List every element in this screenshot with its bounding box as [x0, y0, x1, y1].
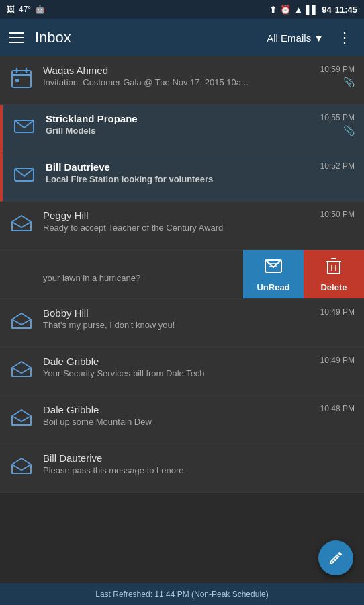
status-right: ⬆ ⏰ ▲ ▌▌ 94 11:45: [269, 5, 357, 15]
footer: Last Refreshed: 11:44 PM (Non-Peak Sched…: [0, 583, 364, 605]
email-content-7: Dale Gribble Your Security Services bill…: [43, 356, 315, 378]
email-item-3[interactable]: Bill Dautrieve Local Fire Station lookin…: [0, 153, 364, 202]
email-meta-7: 10:49 PM: [320, 356, 355, 365]
email-item-6[interactable]: Bobby Hill That's my purse, I don't know…: [0, 299, 364, 348]
delete-action-icon: [326, 257, 342, 280]
email-subject-2: Grill Models: [46, 126, 315, 136]
email-list: Waqas Ahmed Invitation: Customer Gala @ …: [0, 56, 364, 493]
status-temp: 47°: [19, 5, 31, 14]
status-time: 11:45: [335, 5, 357, 15]
email-meta-1: 10:59 PM 📎: [320, 65, 355, 87]
filter-dropdown[interactable]: All Emails ▼: [267, 32, 324, 44]
bluetooth-icon: ⬆: [269, 5, 277, 15]
toolbar: Inbox All Emails ▼ ⋮: [0, 19, 364, 56]
status-photo-icon: 🖼: [7, 5, 15, 14]
overflow-menu-button[interactable]: ⋮: [334, 26, 355, 49]
email-meta-4: 10:50 PM: [320, 210, 355, 219]
email-meta-2: 10:55 PM 📎: [320, 113, 355, 136]
status-bar: 🖼 47° 🤖 ⬆ ⏰ ▲ ▌▌ 94 11:45: [0, 0, 364, 19]
envelope-open-icon-5: [9, 259, 34, 284]
email-subject-8: Boil up some Mountain Dew: [43, 417, 315, 427]
battery-level: 94: [322, 5, 331, 15]
email-sender-1: Waqas Ahmed: [43, 65, 315, 76]
status-left: 🖼 47° 🤖: [7, 5, 45, 14]
email-item-9[interactable]: Bill Dauterive Please pass this message …: [0, 444, 364, 493]
email-sender-9: Bill Dauterive: [43, 452, 349, 464]
compose-fab-button[interactable]: [318, 540, 353, 575]
email-item-7[interactable]: Dale Gribble Your Security Services bill…: [0, 348, 364, 396]
email-time-4: 10:50 PM: [320, 210, 355, 219]
signal-icon: ▌▌: [306, 5, 318, 15]
email-time-2: 10:55 PM: [320, 113, 355, 122]
swipe-actions: UnRead Delete: [243, 250, 364, 298]
wifi-icon: ▲: [294, 5, 303, 15]
envelope-open-icon-7: [9, 357, 34, 381]
footer-text: Last Refreshed: 11:44 PM (Non-Peak Sched…: [95, 590, 268, 599]
status-android-icon: 🤖: [35, 5, 45, 14]
email-item-1[interactable]: Waqas Ahmed Invitation: Customer Gala @ …: [0, 56, 364, 105]
email-content-9: Bill Dauterive Please pass this message …: [43, 452, 349, 475]
email-sender-8: Dale Gribble: [43, 404, 315, 415]
email-item-8[interactable]: Dale Gribble Boil up some Mountain Dew 1…: [0, 396, 364, 444]
email-time-3: 10:52 PM: [320, 161, 355, 171]
email-subject-3: Local Fire Station looking for volunteer…: [46, 174, 315, 184]
envelope-closed-icon-3: [12, 163, 36, 187]
envelope-open-icon-4: [9, 211, 34, 235]
hamburger-menu-button[interactable]: [9, 32, 24, 43]
svg-rect-4: [15, 79, 19, 82]
toolbar-title: Inbox: [35, 29, 256, 46]
email-subject-9: Please pass this message to Lenore: [43, 465, 349, 475]
alarm-icon: ⏰: [280, 5, 291, 15]
swipe-row[interactable]: your lawn in a hurricane? 10:50 PM UnRea…: [0, 250, 364, 299]
attachment-icon-2: 📎: [343, 125, 355, 136]
chevron-down-icon: ▼: [314, 32, 324, 44]
svg-rect-1: [12, 74, 31, 76]
email-content-6: Bobby Hill That's my purse, I don't know…: [43, 307, 315, 330]
email-content-4: Peggy Hill Ready to accept Teacher of th…: [43, 210, 315, 233]
email-content-3: Bill Dautrieve Local Fire Station lookin…: [46, 161, 315, 184]
email-sender-2: Strickland Propane: [46, 113, 315, 124]
email-sender-6: Bobby Hill: [43, 307, 315, 319]
unread-action-icon: [264, 257, 283, 280]
email-sender-3: Bill Dautrieve: [46, 161, 315, 173]
svg-rect-0: [12, 71, 31, 87]
filter-label: All Emails: [267, 32, 311, 44]
email-subject-7: Your Security Services bill from Dale Te…: [43, 368, 315, 378]
envelope-open-icon-6: [9, 309, 34, 333]
unread-action-button[interactable]: UnRead: [243, 250, 304, 298]
email-time-1: 10:59 PM: [320, 65, 355, 74]
envelope-closed-icon-2: [12, 114, 36, 138]
email-content-2: Strickland Propane Grill Models: [46, 113, 315, 136]
email-subject-4: Ready to accept Teacher of the Century A…: [43, 223, 315, 233]
email-sender-4: Peggy Hill: [43, 210, 315, 221]
email-time-7: 10:49 PM: [320, 356, 355, 365]
email-sender-7: Dale Gribble: [43, 356, 315, 367]
email-subject-6: That's my purse, I don't know you!: [43, 320, 315, 330]
email-content-8: Dale Gribble Boil up some Mountain Dew: [43, 404, 315, 427]
envelope-open-icon-9: [9, 454, 34, 478]
attachment-icon-1: 📎: [343, 77, 355, 87]
email-time-8: 10:48 PM: [320, 404, 355, 413]
email-content-1: Waqas Ahmed Invitation: Customer Gala @ …: [43, 65, 315, 87]
email-item-2[interactable]: Strickland Propane Grill Models 10:55 PM…: [0, 105, 364, 153]
envelope-open-icon-8: [9, 405, 34, 430]
delete-action-label: Delete: [320, 282, 347, 292]
email-time-6: 10:49 PM: [320, 307, 355, 317]
email-item-4[interactable]: Peggy Hill Ready to accept Teacher of th…: [0, 202, 364, 250]
email-meta-8: 10:48 PM: [320, 404, 355, 413]
email-meta-6: 10:49 PM: [320, 307, 355, 317]
email-subject-1: Invitation: Customer Gala @ Tue Nov 17, …: [43, 77, 315, 87]
calendar-icon: [9, 66, 34, 90]
unread-action-label: UnRead: [257, 282, 289, 292]
delete-action-button[interactable]: Delete: [304, 250, 364, 298]
email-meta-3: 10:52 PM: [320, 161, 355, 171]
svg-rect-11: [328, 261, 340, 274]
